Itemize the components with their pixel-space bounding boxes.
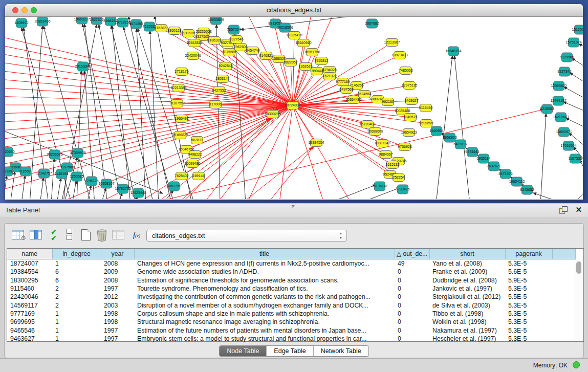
table-row[interactable]: 2242004622012Investigating the contribut…: [7, 293, 575, 301]
network-edge: [533, 193, 563, 199]
delete-trash-icon[interactable]: [95, 228, 109, 243]
network-node-label: 15720407: [359, 122, 375, 126]
column-header-short[interactable]: short: [429, 249, 505, 259]
network-node-label: 9671355: [129, 22, 143, 26]
network-node-label: 18300295: [265, 112, 280, 116]
table-row[interactable]: 946554611997Estimation of the future num…: [7, 326, 575, 334]
network-node-label: 1145194: [55, 172, 69, 176]
table-cell: 1: [52, 259, 101, 268]
table-cell: 1997: [101, 335, 134, 343]
table-cell: 14569117: [7, 301, 52, 309]
table-cell: 5.3E-5: [505, 310, 552, 318]
network-node-label: 9884067: [379, 152, 393, 156]
network-node-label: 887833: [191, 138, 203, 142]
network-node-label: 7955812: [314, 59, 328, 62]
network-node-label: 9242848: [219, 64, 232, 68]
network-node-label: 20891406: [34, 19, 50, 23]
network-node-label: 12213386: [170, 86, 186, 90]
network-node-label: 1640954: [429, 129, 443, 133]
network-node-label: 1588520: [272, 57, 286, 60]
table-row[interactable]: 1938455462009Genome-wide association stu…: [7, 268, 575, 276]
network-node-label: 6794028: [322, 68, 336, 72]
network-node-label: 16033809: [208, 18, 224, 21]
column-header-in_degree[interactable]: in_degree: [52, 249, 101, 259]
scrollbar-thumb[interactable]: [576, 261, 581, 274]
table-cell: Investigating the contribution of common…: [134, 293, 395, 301]
network-node-label: 18724007: [285, 103, 300, 107]
table-cell: [552, 318, 575, 326]
table-row[interactable]: 1456911722003Disruption of a novel membe…: [7, 301, 575, 309]
network-canvas[interactable]: 1405572208914061065323715276028466161107…: [5, 17, 583, 199]
network-node-label: 1849575: [403, 115, 417, 119]
table-row[interactable]: 911546021997Tourette syndrome. Phenomeno…: [7, 285, 575, 293]
column-header-name[interactable]: name: [7, 249, 52, 259]
table-cell: 2003: [101, 301, 134, 309]
table-mode-icon[interactable]: ⚙: [11, 228, 25, 243]
table-cell: 9463627: [7, 335, 52, 343]
network-node-label: 15692971: [556, 130, 572, 134]
network-edge: [564, 87, 583, 101]
network-node-label: 12142757: [36, 171, 52, 175]
table-cell: 9777169: [7, 310, 52, 318]
network-node-label: 10654112: [509, 180, 525, 183]
column-header-title[interactable]: title: [134, 249, 395, 259]
network-node-label: 15751074: [565, 40, 581, 44]
column-header-year[interactable]: year: [101, 249, 134, 259]
table-cell: 2008: [101, 259, 134, 268]
network-edge: [194, 43, 293, 105]
show-column-icon[interactable]: [29, 228, 43, 243]
network-node-label: 15120744: [572, 28, 583, 31]
table-row[interactable]: 946362711997Embryonic stem cells: a mode…: [7, 335, 575, 343]
table-selector-dropdown[interactable]: citations_edges.txt ▲▼: [146, 230, 347, 242]
network-node-label: 9146821: [259, 54, 273, 57]
network-node-label: 9129966: [560, 55, 574, 59]
vertical-scrollbar[interactable]: [575, 259, 583, 341]
table-cell: Hescheler et al. (1997): [429, 335, 505, 343]
network-edge: [579, 44, 583, 49]
network-node-label: 2935114: [477, 157, 491, 160]
network-node-label: 2887682: [365, 21, 379, 25]
network-node-label: 1615132: [385, 163, 399, 166]
table-cell: 0: [395, 276, 429, 285]
network-node-label: 12325419: [286, 33, 302, 37]
tab-node-table[interactable]: Node Table: [220, 346, 267, 356]
table-cell: Changes of HCN gene expression and I(f) …: [134, 259, 395, 268]
table-cell: 0: [395, 268, 429, 276]
network-node-label: 1115689: [19, 169, 32, 173]
table-cell: 2: [52, 285, 101, 293]
column-header-out_de[interactable]: △ out_de...: [395, 249, 429, 259]
network-node-label: 1990448: [310, 69, 323, 73]
network-node-label: 2620650: [5, 150, 15, 154]
table-row[interactable]: 1872400712008Changes of HCN gene express…: [7, 259, 575, 268]
table-cell: 18300295: [7, 276, 52, 285]
network-node-label: 18107552: [169, 101, 185, 105]
memory-ok-indicator[interactable]: [573, 361, 580, 368]
table-toolbar: ⚙ ✔✔ f(x) citations_edges.t: [5, 227, 583, 245]
table-row[interactable]: 977716911998Corpus callosum shape and si…: [7, 310, 575, 318]
network-edge: [293, 99, 378, 105]
network-edge: [5, 129, 163, 193]
network-node-label: 8186328: [207, 38, 221, 42]
new-table-icon[interactable]: [79, 228, 93, 243]
table-cell: 5.3E-5: [505, 335, 552, 343]
network-node-label: 18807243: [374, 141, 390, 145]
network-node-label: 16782753: [115, 187, 130, 190]
select-columns-icon[interactable]: ✔✔: [47, 229, 61, 245]
table-cell: 6: [52, 268, 101, 276]
network-edge: [5, 31, 293, 105]
tab-edge-table[interactable]: Edge Table: [267, 346, 313, 356]
network-edge: [5, 59, 293, 105]
network-edge: [293, 35, 294, 105]
tab-network-table[interactable]: Network Table: [314, 346, 368, 356]
table-cell: 49: [395, 259, 429, 268]
column-header-pagerank[interactable]: pagerank: [505, 249, 552, 259]
network-window-titlebar[interactable]: citations_edges.txt: [5, 4, 583, 17]
table-row[interactable]: 1830029562008Estimation of significance …: [7, 276, 575, 285]
close-panel-icon[interactable]: ✕: [575, 205, 582, 214]
float-panel-icon[interactable]: [559, 206, 568, 214]
memory-status-label: Memory: OK: [533, 362, 568, 369]
rows-icon[interactable]: [62, 228, 76, 243]
table-row[interactable]: 969969511998Structural magnetic resonanc…: [7, 318, 575, 326]
function-builder-icon[interactable]: f(x): [129, 231, 144, 246]
table-cell: 5.9E-5: [505, 276, 552, 285]
